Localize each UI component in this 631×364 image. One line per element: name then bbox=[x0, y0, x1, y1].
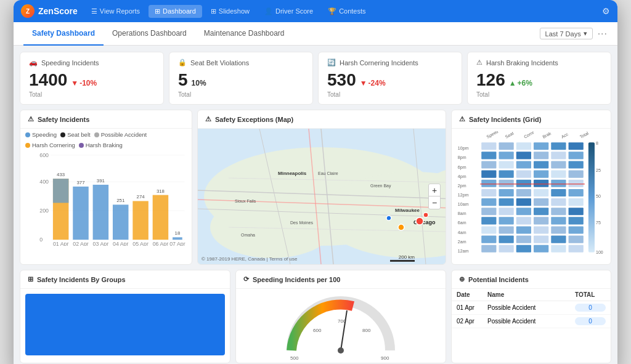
svg-text:8: 8 bbox=[596, 141, 598, 145]
map-zoom-controls: + − bbox=[428, 184, 441, 209]
svg-rect-144 bbox=[534, 236, 548, 243]
map-warning-icon: ⚠ bbox=[205, 115, 211, 123]
svg-rect-109 bbox=[569, 180, 584, 187]
date-range-selector[interactable]: Last 7 Days ▾ bbox=[540, 28, 593, 39]
nav-view-reports[interactable]: ☰ View Reports bbox=[85, 5, 146, 18]
svg-rect-140 bbox=[569, 226, 584, 233]
groups-panel: ⊞ Safety Incidents By Groups bbox=[20, 270, 230, 363]
stat-card-braking: ⚠ Harsh Braking Incidents 126 ▲ +6% Tota… bbox=[467, 52, 611, 105]
svg-line-164 bbox=[341, 310, 347, 350]
svg-rect-139 bbox=[551, 226, 566, 233]
svg-text:07 Apr: 07 Apr bbox=[169, 241, 185, 246]
svg-rect-84 bbox=[551, 142, 566, 150]
svg-text:Seat: Seat bbox=[505, 131, 515, 139]
potential-incidents-panel: ⊕ Potential Incidents Date Name TOTAL 01… bbox=[451, 270, 611, 363]
svg-text:274: 274 bbox=[137, 195, 145, 200]
nav-slideshow[interactable]: ⊞ Slideshow bbox=[205, 5, 256, 18]
svg-rect-96 bbox=[551, 161, 566, 168]
grid-warning-icon: ⚠ bbox=[459, 115, 465, 123]
speeding-change: ▼ -10% bbox=[71, 79, 97, 87]
grid-panel-header: ⚠ Safety Incidents (Grid) bbox=[452, 110, 611, 129]
svg-rect-88 bbox=[516, 152, 531, 159]
map-scale: 200 km bbox=[390, 254, 415, 262]
bar-chart-svg: 0 200 400 600 Total bbox=[38, 152, 187, 246]
tab-maintenance-dashboard[interactable]: Maintenance Dashboard bbox=[195, 22, 293, 46]
settings-icon[interactable]: ⚙ bbox=[602, 6, 610, 16]
zoom-in-button[interactable]: + bbox=[428, 184, 441, 196]
svg-rect-114 bbox=[534, 189, 548, 196]
legend-seatbelt-dot bbox=[60, 132, 65, 137]
groups-chart bbox=[25, 294, 225, 355]
map-container[interactable]: Minneapolis Eau Claire Sioux Falls Green… bbox=[198, 129, 446, 264]
braking-label: Total bbox=[476, 91, 602, 98]
svg-rect-12 bbox=[73, 187, 88, 240]
tab-operations-dashboard[interactable]: Operations Dashboard bbox=[104, 22, 195, 46]
svg-rect-113 bbox=[516, 189, 531, 196]
potential-table: Date Name TOTAL 01 Apr Possible Accident… bbox=[452, 289, 611, 328]
svg-text:251: 251 bbox=[116, 198, 124, 203]
svg-text:800: 800 bbox=[362, 328, 371, 333]
svg-text:12am: 12am bbox=[458, 249, 469, 253]
stat-card-speeding: 🚗 Speeding Incidents 1400 ▼ -10% Total bbox=[20, 52, 164, 105]
svg-rect-107 bbox=[534, 180, 548, 187]
svg-text:400: 400 bbox=[39, 179, 49, 185]
svg-text:Brak: Brak bbox=[542, 131, 552, 139]
svg-rect-95 bbox=[534, 161, 548, 168]
more-options-button[interactable]: ··· bbox=[598, 28, 608, 39]
nav-driver-score[interactable]: 👤 Driver Score bbox=[258, 5, 319, 18]
stat-cards-row: 🚗 Speeding Incidents 1400 ▼ -10% Total 🔒… bbox=[20, 52, 611, 105]
heatmap-svg: Speed Seat Cornr Brak Acc Total 10pm 8pm… bbox=[454, 131, 608, 262]
svg-text:50: 50 bbox=[596, 194, 601, 198]
svg-text:2pm: 2pm bbox=[458, 184, 466, 188]
svg-rect-148 bbox=[499, 245, 514, 253]
safety-incidents-panel: ⚠ Safety Incidents Speeding Seat belt Po… bbox=[20, 110, 192, 265]
svg-rect-135 bbox=[481, 226, 496, 233]
stat-card-seatbelt-value: 5 10% bbox=[178, 70, 304, 90]
svg-rect-117 bbox=[481, 198, 496, 206]
svg-rect-87 bbox=[499, 152, 514, 159]
stat-card-speeding-value: 1400 ▼ -10% bbox=[29, 70, 155, 90]
map-copyright: © 1987-2019 HERE, Canada | Terms of use bbox=[202, 256, 297, 262]
speeding-panel-header: ⟳ Speeding Incidents per 100 bbox=[236, 270, 446, 289]
svg-text:433: 433 bbox=[57, 172, 65, 177]
svg-rect-94 bbox=[516, 161, 531, 168]
stat-card-braking-value: 126 ▲ +6% bbox=[476, 70, 602, 90]
zoom-out-button[interactable]: − bbox=[428, 196, 441, 209]
svg-rect-119 bbox=[516, 198, 531, 206]
svg-text:Milwaukee: Milwaukee bbox=[395, 208, 420, 213]
map-panel: ⚠ Safety Exceptions (Map) bbox=[197, 110, 446, 265]
svg-rect-145 bbox=[551, 236, 566, 243]
svg-rect-134 bbox=[569, 217, 584, 224]
svg-rect-89 bbox=[534, 152, 548, 159]
svg-rect-120 bbox=[534, 198, 548, 206]
svg-rect-86 bbox=[481, 152, 496, 159]
total-badge: 0 bbox=[575, 317, 606, 325]
svg-rect-129 bbox=[481, 217, 496, 224]
speeding-label: Total bbox=[29, 91, 155, 98]
grid-icon: ⊞ bbox=[28, 275, 33, 283]
svg-text:10pm: 10pm bbox=[458, 146, 469, 151]
driver-icon: 👤 bbox=[264, 7, 273, 15]
stat-card-braking-header: ⚠ Harsh Braking Incidents bbox=[476, 59, 602, 67]
svg-rect-85 bbox=[569, 142, 584, 150]
alert-icon: ⊕ bbox=[459, 275, 465, 283]
svg-rect-106 bbox=[516, 180, 531, 187]
svg-point-165 bbox=[338, 347, 344, 354]
tab-safety-dashboard[interactable]: Safety Dashboard bbox=[23, 22, 104, 46]
speeding-icon: 🚗 bbox=[29, 59, 38, 67]
svg-text:200: 200 bbox=[39, 208, 49, 214]
svg-rect-10 bbox=[53, 179, 68, 203]
svg-rect-92 bbox=[481, 161, 496, 168]
arrow-up-icon: ▲ bbox=[509, 79, 516, 87]
stat-card-speeding-header: 🚗 Speeding Incidents bbox=[29, 59, 155, 67]
braking-change: ▲ +6% bbox=[509, 79, 532, 87]
svg-text:8am: 8am bbox=[458, 211, 466, 216]
svg-text:600: 600 bbox=[313, 328, 322, 333]
svg-rect-111 bbox=[481, 189, 496, 196]
chart-legend: Speeding Seat belt Possible Accident Har… bbox=[20, 129, 192, 150]
nav-contests[interactable]: 🏆 Contests bbox=[322, 5, 372, 18]
svg-text:Cornr: Cornr bbox=[523, 131, 535, 139]
nav-dashboard[interactable]: ⊞ Dashboard bbox=[149, 5, 202, 18]
svg-text:900: 900 bbox=[381, 355, 389, 361]
svg-text:0: 0 bbox=[39, 237, 43, 243]
